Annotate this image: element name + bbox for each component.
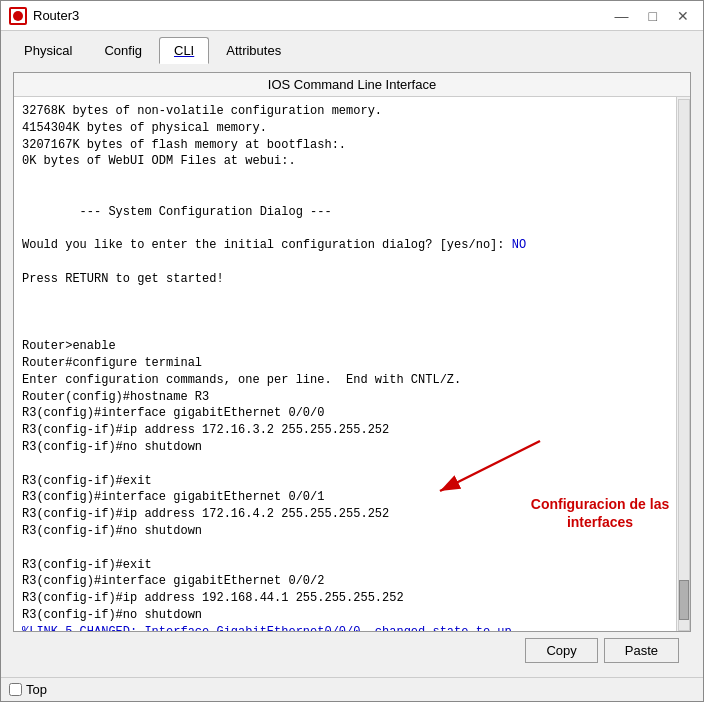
tab-cli[interactable]: CLI — [159, 37, 209, 64]
scrollbar-thumb[interactable] — [679, 580, 689, 620]
window-title: Router3 — [33, 8, 79, 23]
copy-button[interactable]: Copy — [525, 638, 597, 663]
tab-physical[interactable]: Physical — [9, 37, 87, 64]
router-window: Router3 — □ ✕ Physical Config CLI Attrib… — [0, 0, 704, 702]
top-checkbox-area[interactable]: Top — [9, 682, 47, 697]
app-icon — [9, 7, 27, 25]
cli-header: IOS Command Line Interface — [14, 73, 690, 97]
top-label: Top — [26, 682, 47, 697]
bottom-toolbar: Copy Paste — [13, 632, 691, 669]
statusbar: Top — [1, 677, 703, 701]
titlebar: Router3 — □ ✕ — [1, 1, 703, 31]
window-controls: — □ ✕ — [609, 7, 695, 25]
minimize-button[interactable]: — — [609, 7, 635, 25]
scrollbar-track — [678, 99, 690, 631]
cli-scrollbar[interactable] — [676, 97, 690, 631]
close-button[interactable]: ✕ — [671, 7, 695, 25]
top-checkbox[interactable] — [9, 683, 22, 696]
cli-body: 32768K bytes of non-volatile configurati… — [14, 97, 690, 631]
tab-attributes[interactable]: Attributes — [211, 37, 296, 64]
titlebar-left: Router3 — [9, 7, 79, 25]
tab-config[interactable]: Config — [89, 37, 157, 64]
main-content: IOS Command Line Interface 32768K bytes … — [1, 64, 703, 677]
paste-button[interactable]: Paste — [604, 638, 679, 663]
cli-terminal[interactable]: 32768K bytes of non-volatile configurati… — [14, 97, 676, 631]
maximize-button[interactable]: □ — [643, 7, 663, 25]
tab-bar: Physical Config CLI Attributes — [1, 31, 703, 64]
cli-section: IOS Command Line Interface 32768K bytes … — [13, 72, 691, 632]
